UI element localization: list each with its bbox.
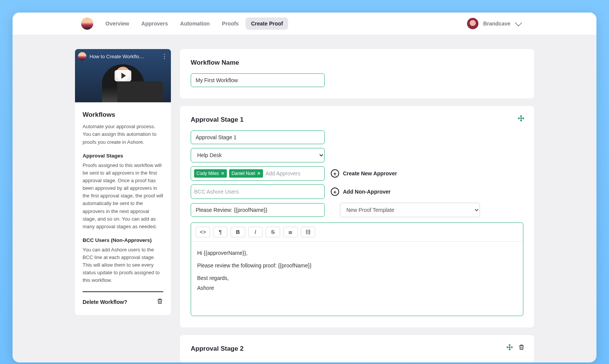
message-editor: <> ¶ B I S ≣ ⛓ Hi {{approverName}}, Plea… (191, 223, 523, 316)
tool-list[interactable]: ≣ (283, 227, 298, 237)
message-line: Hi {{approverName}}, (197, 248, 517, 258)
approver-tag: Daniel Noel ✕ (229, 169, 263, 178)
nav-tab-proofs[interactable]: Proofs (217, 17, 244, 30)
video-title: How to Create Workflo… (89, 54, 144, 59)
video-thumbnail[interactable]: How to Create Workflo… ⋮ (75, 49, 171, 102)
stage-name-input[interactable] (191, 130, 325, 144)
tool-italic[interactable]: I (248, 227, 263, 237)
tool-paragraph[interactable]: ¶ (213, 227, 228, 237)
tool-strike[interactable]: S (266, 227, 280, 237)
message-line: Please review the following proof: {{pro… (197, 261, 517, 270)
nav-tab-create-proof[interactable]: Create Proof (246, 17, 288, 30)
add-non-approver-button[interactable]: Add Non-Approver (331, 188, 391, 196)
plus-icon (331, 169, 339, 178)
approval-stage-2-card: Approval Stage 2 (180, 335, 534, 362)
create-approver-label: Create New Approver (343, 170, 397, 176)
approver-tag: Cody Miles ✕ (194, 169, 227, 178)
sidebar: How to Create Workflo… ⋮ Workflows Autom… (75, 49, 171, 315)
sidebar-body: Workflows Automate your approval process… (75, 102, 171, 315)
stage1-heading: Approval Stage 1 (191, 116, 523, 124)
remove-tag-icon[interactable]: ✕ (221, 171, 225, 176)
delete-stage-icon[interactable] (518, 343, 525, 353)
chevron-down-icon[interactable] (515, 19, 522, 27)
approvers-text-input[interactable] (265, 170, 321, 176)
video-logo-icon (78, 52, 86, 60)
sidebar-section2-body: You can add Ashore users to the BCC line… (83, 246, 163, 285)
play-button[interactable] (115, 70, 131, 81)
app-window: Overview Approvers Automation Proofs Cre… (13, 13, 596, 362)
sidebar-intro: Automate your approval process. You can … (83, 123, 163, 146)
tool-link[interactable]: ⛓ (301, 227, 315, 237)
move-icon[interactable] (506, 343, 513, 353)
org-name: Brandcave (483, 21, 510, 27)
workflow-name-input[interactable] (191, 73, 325, 87)
nav-tabs: Overview Approvers Automation Proofs Cre… (100, 17, 288, 30)
sidebar-section1-title: Approval Stages (83, 152, 163, 160)
approval-stage-1-card: Approval Stage 1 Help Desk Cody Miles ✕ (180, 106, 534, 327)
subject-input[interactable] (191, 203, 325, 217)
message-line: Ashore (197, 283, 517, 293)
add-non-approver-label: Add Non-Approver (343, 189, 391, 195)
nav-tab-overview[interactable]: Overview (100, 17, 134, 30)
delete-workflow-label: Delete Workflow? (83, 298, 127, 307)
workflow-name-card: Workflow Name (180, 49, 534, 99)
mailbox-select[interactable]: Help Desk (191, 148, 325, 162)
template-select[interactable]: New Proof Template (340, 203, 480, 217)
avatar[interactable] (467, 18, 478, 29)
editor-body[interactable]: Hi {{approverName}}, Please review the f… (191, 242, 523, 316)
approver-tag-label: Cody Miles (196, 171, 219, 176)
tool-bold[interactable]: B (231, 227, 245, 237)
approvers-input[interactable]: Cody Miles ✕ Daniel Noel ✕ (191, 166, 325, 181)
workflow-name-heading: Workflow Name (191, 59, 523, 67)
plus-icon (331, 188, 339, 196)
create-approver-button[interactable]: Create New Approver (331, 169, 397, 178)
stage2-heading: Approval Stage 2 (191, 345, 523, 353)
move-icon[interactable] (517, 114, 525, 124)
main: Workflow Name Approval Stage 1 Help Desk (180, 49, 534, 362)
trash-icon[interactable] (156, 297, 163, 308)
sidebar-heading: Workflows (83, 110, 163, 120)
logo-icon (81, 17, 93, 30)
video-top-bar: How to Create Workflo… ⋮ (78, 52, 168, 60)
nav-tab-automation[interactable]: Automation (175, 17, 215, 30)
nav-right: Brandcave (467, 18, 520, 29)
video-laptop (117, 81, 163, 102)
topbar: Overview Approvers Automation Proofs Cre… (13, 13, 596, 35)
bcc-text-input[interactable] (194, 189, 321, 195)
sidebar-section1-body: Proofs assigned to this workflow will be… (83, 162, 163, 230)
delete-workflow-row: Delete Workflow? (83, 297, 163, 308)
message-line: Best regards, (197, 273, 517, 283)
remove-tag-icon[interactable]: ✕ (257, 171, 261, 176)
content-area: How to Create Workflo… ⋮ Workflows Autom… (13, 35, 596, 362)
nav-tab-approvers[interactable]: Approvers (136, 17, 173, 30)
video-menu-icon[interactable]: ⋮ (161, 53, 168, 60)
editor-toolbar: <> ¶ B I S ≣ ⛓ (191, 223, 523, 242)
sidebar-divider (83, 291, 163, 292)
approver-tag-label: Daniel Noel (231, 171, 255, 176)
nav-left: Overview Approvers Automation Proofs Cre… (81, 17, 288, 30)
play-icon (121, 73, 126, 79)
sidebar-section2-title: BCC Users (Non-Approvers) (83, 237, 163, 245)
bcc-input[interactable] (191, 184, 325, 199)
tool-code[interactable]: <> (196, 227, 210, 237)
